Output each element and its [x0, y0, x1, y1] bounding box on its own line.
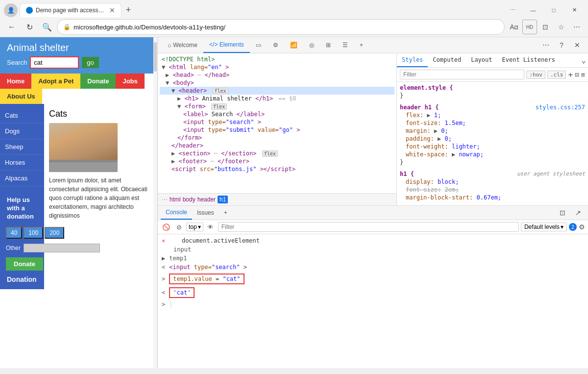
devtools-more-button[interactable]: ⋯ — [539, 38, 553, 52]
html-line-footer[interactable]: ▶ <footer> ⋯ </footer> — [160, 157, 394, 165]
search-go-button[interactable]: go — [82, 57, 98, 68]
html-line-h1[interactable]: ▶ <h1> Animal shelter </h1> == $0 — [160, 95, 394, 102]
devtools-close-button[interactable]: ✕ — [570, 38, 584, 52]
sidebar-item-alpacas[interactable]: Alpacas — [0, 171, 44, 186]
read-aloud-button[interactable]: Aα — [507, 20, 521, 34]
nav-jobs[interactable]: Jobs — [116, 74, 144, 89]
tab-memory[interactable]: ⊞ — [320, 38, 337, 52]
breadcrumb-html[interactable]: html — [170, 196, 181, 203]
profile-avatar[interactable]: 👤 — [4, 3, 18, 17]
styles-tab-styles[interactable]: Styles — [397, 53, 428, 67]
html-line-header[interactable]: ▼ <header> flex — [160, 87, 394, 95]
inspect-button[interactable]: ⊡ — [575, 71, 579, 78]
html-line-form-close[interactable]: </form> — [160, 134, 394, 142]
scrollbar-track[interactable] — [153, 37, 157, 368]
back-button[interactable]: ← — [4, 19, 20, 35]
triangle-icon[interactable]: ▶ — [177, 95, 181, 102]
add-style-rule-button[interactable]: + — [568, 70, 573, 79]
console-clear-button[interactable]: 🚫 — [161, 222, 172, 232]
triangle-icon[interactable]: ▼ — [162, 64, 165, 71]
breadcrumb-h1[interactable]: h1 — [218, 196, 228, 203]
styles-filter-input[interactable] — [400, 70, 524, 79]
arrow-icon[interactable]: ▶ — [427, 112, 434, 119]
donate-button[interactable]: Donate — [6, 257, 43, 271]
tab-sources[interactable]: ⚙ — [267, 38, 284, 52]
html-line-section[interactable]: ▶ <section> ⋯ </section> flex — [160, 150, 394, 157]
browser-tab[interactable]: Demo page with accessibility issu ✕ — [20, 3, 122, 17]
triangle-icon[interactable]: ▼ — [172, 87, 175, 94]
sidebar-button[interactable]: ⊡ — [538, 20, 553, 34]
hov-button[interactable]: :hov — [526, 71, 545, 79]
sidebar-item-dogs[interactable]: Dogs — [0, 124, 44, 139]
arrow-icon[interactable]: ▶ — [438, 135, 444, 142]
favorites-button[interactable]: ☆ — [554, 20, 568, 34]
close-button[interactable]: ✕ — [564, 3, 584, 17]
html-line-header-close[interactable]: </header> — [160, 142, 394, 150]
tab-network[interactable]: 📶 — [284, 38, 303, 52]
tab-settings[interactable]: ☰ — [337, 38, 354, 52]
sidebar-item-horses[interactable]: Horses — [0, 155, 44, 171]
arrow-icon[interactable]: ▶ — [452, 151, 459, 158]
scrollbar-thumb[interactable] — [154, 42, 157, 72]
triangle-icon[interactable]: ▶ — [172, 150, 175, 157]
tab-elements[interactable]: </> Elements — [203, 37, 250, 53]
triangle-icon[interactable]: ▼ — [166, 79, 169, 86]
amount-100-button[interactable]: 100 — [24, 227, 43, 239]
html-line-input-search[interactable]: <input type="search" > — [160, 118, 394, 126]
html-line-form[interactable]: ▼ <form> flex — [160, 102, 394, 110]
console-filter-input[interactable] — [218, 222, 519, 232]
html-line-head[interactable]: ▶ <head> ⋯ </head> — [160, 71, 394, 79]
breadcrumb-header[interactable]: header — [197, 196, 216, 203]
nav-about[interactable]: About Us — [0, 89, 42, 104]
amount-40-button[interactable]: 40 — [6, 227, 22, 239]
tab-add[interactable]: + — [354, 38, 369, 52]
console-block-button[interactable]: ⊘ — [173, 222, 184, 232]
search-icon[interactable]: 🔍 — [39, 19, 55, 35]
nav-home[interactable]: Home — [0, 74, 31, 89]
nav-donate[interactable]: Donate — [80, 74, 116, 89]
nav-adopt[interactable]: Adopt a Pet — [31, 74, 80, 89]
styles-tab-layout[interactable]: Layout — [466, 53, 497, 67]
minimize-button[interactable]: — — [523, 3, 543, 17]
console-eye-button[interactable]: 👁 — [205, 222, 216, 232]
html-line-script[interactable]: <script src="buttons.js" ></script> — [160, 165, 394, 173]
triangle-icon[interactable]: ▶ — [166, 72, 169, 78]
sidebar-item-sheep[interactable]: Sheep — [0, 139, 44, 155]
tab-welcome[interactable]: ⌂ Welcome — [162, 38, 203, 52]
triangle-icon[interactable]: ▶ — [172, 158, 175, 165]
tab-add-console[interactable]: + — [219, 206, 232, 219]
html-line-html[interactable]: ▼ <html lang="en" > — [160, 63, 394, 71]
styles-chevron[interactable]: ⌄ — [579, 53, 588, 67]
devtools-help-button[interactable]: ? — [555, 38, 568, 52]
html-line-label[interactable]: <label> Search </label> — [160, 110, 394, 118]
address-bar[interactable]: 🔒 microsoftedge.github.io/Demos/devtools… — [57, 19, 505, 35]
new-tab-button[interactable]: + — [122, 3, 135, 17]
tab-console-top[interactable]: ▭ — [250, 38, 267, 52]
tab-issues[interactable]: Issues — [192, 206, 219, 219]
styles-tab-listeners[interactable]: Event Listeners — [497, 53, 560, 67]
top-select[interactable]: top ▾ — [186, 223, 203, 231]
tab-performance[interactable]: ◎ — [303, 38, 320, 52]
console-settings-icon[interactable]: ⚙ — [579, 223, 585, 231]
more-options-button[interactable]: ⋯ — [503, 3, 522, 17]
breadcrumb-more[interactable]: ⋯ — [162, 196, 168, 203]
search-input[interactable] — [30, 56, 79, 69]
triangle-icon[interactable]: ▼ — [177, 103, 181, 110]
tab-close-button[interactable]: ✕ — [109, 6, 115, 14]
toggle-sidebar-button[interactable]: ≡ — [581, 71, 585, 78]
browser-more-button[interactable]: ⋯ — [569, 20, 584, 34]
html-line-body[interactable]: ▼ <body> — [160, 79, 394, 87]
sidebar-item-cats[interactable]: Cats — [0, 108, 44, 124]
arrow-right-icon[interactable]: ▶ — [162, 255, 165, 262]
maximize-button[interactable]: □ — [544, 3, 564, 17]
style-source-header-h1[interactable]: styles.css:257 — [536, 104, 585, 111]
arrow-icon[interactable]: ▶ — [434, 127, 441, 134]
refresh-button[interactable]: ↻ — [22, 19, 37, 35]
breadcrumb-body[interactable]: body — [183, 196, 196, 203]
default-levels-button[interactable]: Default levels ▾ — [521, 223, 567, 231]
cls-button[interactable]: .cls — [547, 71, 566, 79]
console-sidebar-button[interactable]: ⊡ — [556, 206, 569, 220]
console-expand-button[interactable]: ↗ — [571, 206, 585, 220]
styles-tab-computed[interactable]: Computed — [428, 53, 466, 67]
html-line-input-submit[interactable]: <input type="submit" value="go" > — [160, 126, 394, 134]
